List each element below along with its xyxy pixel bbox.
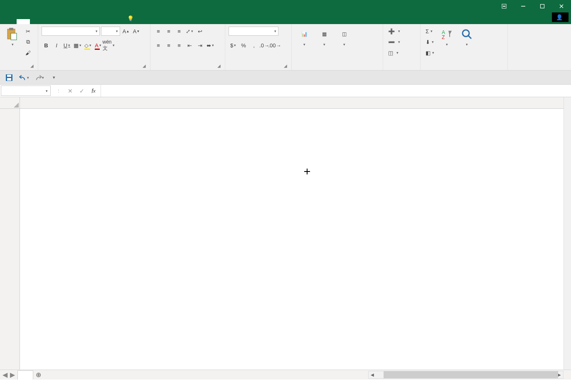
namebox-expand-icon[interactable]: ⋮ [53, 86, 64, 96]
tab-home[interactable] [17, 19, 30, 24]
align-middle-button[interactable]: ≡ [164, 27, 173, 36]
tab-data[interactable] [70, 19, 83, 24]
maximize-button[interactable] [533, 0, 552, 12]
format-as-table-button[interactable]: ▦▾ [315, 27, 333, 47]
magnifier-icon [460, 27, 473, 41]
autosum-button[interactable]: Σ▾ [424, 27, 436, 36]
clear-button[interactable]: ◧▾ [424, 48, 436, 57]
font-name-select[interactable]: ▾ [42, 27, 100, 36]
name-box[interactable]: ▾ [1, 86, 51, 96]
format-painter-button[interactable]: 🖌 [23, 48, 32, 57]
dialog-launcher-icon[interactable]: ◢ [30, 64, 34, 69]
horizontal-scrollbar[interactable]: ◀▶ [368, 371, 564, 379]
tab-formulas[interactable] [57, 19, 70, 24]
svg-point-11 [463, 30, 469, 37]
fx-button[interactable]: fx [88, 86, 99, 96]
vertical-scrollbar[interactable] [564, 97, 571, 370]
customize-qat-button[interactable]: ▾ [49, 73, 59, 83]
percent-button[interactable]: % [239, 41, 248, 50]
add-sheet-button[interactable]: ⊕ [33, 370, 43, 380]
sort-filter-icon: AZ [440, 27, 453, 41]
font-color-button[interactable]: A▾ [94, 41, 103, 50]
ribbon-options-icon[interactable] [495, 0, 514, 12]
title-bar [0, 0, 571, 12]
cut-button[interactable]: ✂ [23, 27, 32, 36]
decrease-decimal-button[interactable]: .00→ [270, 41, 279, 50]
svg-rect-1 [503, 6, 505, 7]
decrease-indent-button[interactable]: ⇤ [185, 41, 194, 50]
prev-sheet-button[interactable]: ◀ [2, 371, 7, 379]
svg-rect-7 [9, 28, 13, 30]
sheet-tabs-bar: ◀ ▶ ⊕ ◀▶ [0, 370, 571, 380]
align-center-button[interactable]: ≡ [164, 41, 173, 50]
insert-cells-button[interactable]: ➕▾ [386, 27, 402, 36]
undo-button[interactable]: ▾ [19, 73, 29, 83]
fill-button[interactable]: ⬇▾ [424, 37, 436, 47]
tab-view[interactable] [96, 19, 110, 24]
table-format-icon: ▦ [317, 27, 331, 41]
currency-button[interactable]: $▾ [229, 41, 238, 50]
cells-grid[interactable] [20, 109, 564, 370]
sort-filter-button[interactable]: AZ▾ [438, 27, 456, 47]
increase-decimal-button[interactable]: .0→ [260, 41, 269, 50]
align-left-button[interactable]: ≡ [154, 41, 163, 50]
row-headers[interactable] [0, 109, 20, 370]
enter-button[interactable]: ✓ [76, 86, 87, 96]
svg-rect-15 [7, 78, 11, 81]
fill-color-button[interactable]: ◇▾ [83, 41, 92, 50]
dialog-launcher-icon[interactable]: ◢ [283, 64, 288, 69]
sheet-tab[interactable] [17, 370, 33, 380]
tab-page-layout[interactable] [43, 19, 57, 24]
select-all-corner[interactable] [0, 97, 20, 109]
share-button[interactable]: 👤 [552, 12, 569, 22]
italic-button[interactable]: I [52, 41, 61, 50]
next-sheet-button[interactable]: ▶ [10, 371, 15, 379]
conditional-format-button[interactable]: 📊▾ [295, 27, 313, 47]
borders-button[interactable]: ▦▾ [73, 41, 82, 50]
dialog-launcher-icon[interactable]: ◢ [142, 64, 147, 69]
format-cells-button[interactable]: ◫▾ [386, 48, 400, 57]
align-bottom-button[interactable]: ≡ [175, 27, 184, 36]
redo-button[interactable]: ▾ [34, 73, 44, 83]
group-font: ▾ ▾ A▲ A▼ B I U▾ ▦▾ ◇▾ A▾ wén文▾ ◢ [38, 24, 150, 70]
svg-rect-14 [7, 75, 11, 77]
phonetic-button[interactable]: wén文▾ [104, 41, 113, 50]
align-top-button[interactable]: ≡ [154, 27, 163, 36]
dialog-launcher-icon[interactable]: ◢ [217, 64, 222, 69]
increase-indent-button[interactable]: ⇥ [195, 41, 204, 50]
paste-button[interactable]: ▾ [3, 27, 22, 47]
person-icon: 👤 [556, 14, 563, 20]
merge-button[interactable]: ⬌▾ [206, 41, 215, 50]
save-button[interactable] [4, 73, 14, 83]
find-select-button[interactable]: ▾ [458, 27, 476, 47]
worksheet[interactable] [0, 97, 571, 370]
wrap-text-button[interactable]: ↩ [195, 27, 204, 36]
group-alignment: ≡ ≡ ≡ ⤢▾ ↩ ≡ ≡ ≡ ⇤ ⇥ ⬌▾ ◢ [150, 24, 225, 70]
insert-icon: ➕ [388, 28, 395, 34]
minimize-button[interactable] [514, 0, 533, 12]
cell-styles-button[interactable]: ◫▾ [335, 27, 353, 47]
copy-button[interactable]: ⧉ [23, 37, 32, 47]
tab-file[interactable] [3, 19, 17, 24]
tab-review[interactable] [83, 19, 96, 24]
cancel-button[interactable]: ✕ [65, 86, 76, 96]
font-size-select[interactable]: ▾ [101, 27, 120, 36]
formula-input[interactable] [101, 85, 571, 97]
shrink-font-button[interactable]: A▼ [132, 27, 141, 36]
grow-font-button[interactable]: A▲ [121, 27, 130, 36]
tab-insert[interactable] [30, 19, 43, 24]
close-button[interactable] [552, 0, 571, 12]
align-right-button[interactable]: ≡ [175, 41, 184, 50]
tab-developer[interactable] [110, 19, 123, 24]
cell-styles-icon: ◫ [337, 27, 351, 41]
bold-button[interactable]: B [42, 41, 51, 50]
svg-rect-8 [11, 33, 17, 40]
formula-bar: ▾ ⋮ ✕ ✓ fx [0, 85, 571, 97]
tellme-search[interactable]: 💡 [123, 13, 140, 24]
number-format-select[interactable]: ▾ [229, 27, 278, 36]
comma-button[interactable]: , [249, 41, 258, 50]
column-headers[interactable] [20, 97, 564, 109]
underline-button[interactable]: U▾ [62, 41, 71, 50]
delete-cells-button[interactable]: ➖▾ [386, 37, 402, 47]
orientation-button[interactable]: ⤢▾ [185, 27, 194, 36]
